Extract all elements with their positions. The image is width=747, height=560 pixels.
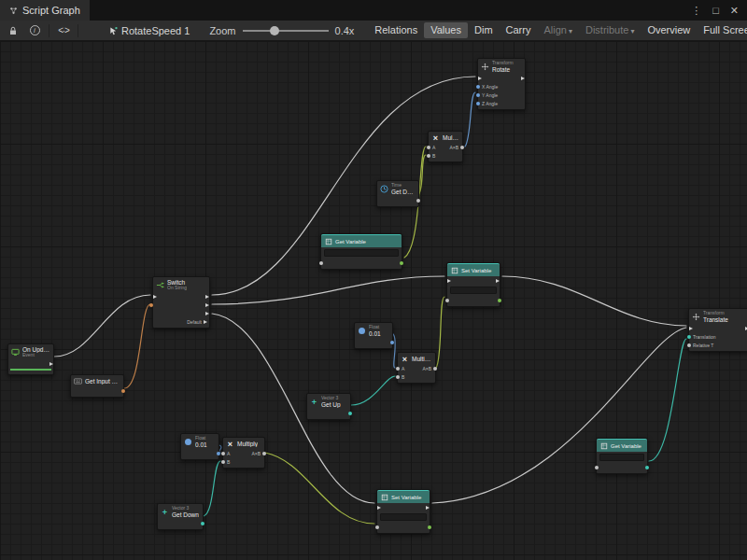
node-multiply-mid[interactable]: × Multiply AA×B B <box>397 352 436 384</box>
code-icon[interactable]: <∙> <box>56 23 71 38</box>
value-out-port[interactable] <box>645 466 649 469</box>
node-switch-on-string[interactable]: Switch On String Default <box>152 276 210 329</box>
result-port[interactable] <box>460 146 464 149</box>
node-on-update[interactable]: On Update Event <box>7 343 54 375</box>
flow-in-port[interactable] <box>447 279 451 283</box>
string-out-port[interactable] <box>121 389 125 393</box>
window-menu-icon[interactable]: ⋮ <box>691 5 701 17</box>
translation-port[interactable] <box>687 335 691 339</box>
node-get-delta-time[interactable]: Time Get Delta Time <box>376 180 419 207</box>
node-title: Get Variable <box>335 239 366 245</box>
node-set-variable-bottom[interactable]: Set Variable <box>376 489 430 534</box>
value-in-port[interactable] <box>445 299 449 302</box>
option-out-port[interactable] <box>205 312 209 315</box>
lock-icon[interactable] <box>6 23 21 38</box>
variable-icon <box>450 266 458 274</box>
a-port[interactable] <box>396 367 400 371</box>
node-float-mid[interactable]: Float 0.01 <box>354 322 393 349</box>
option-out-port[interactable] <box>205 303 209 307</box>
a-port[interactable] <box>221 452 225 455</box>
b-port[interactable] <box>427 154 430 158</box>
multiply-icon: × <box>226 440 234 448</box>
value-out-port[interactable] <box>428 525 431 529</box>
zoom-slider-thumb[interactable] <box>270 26 279 35</box>
tab-script-graph[interactable]: Script Graph <box>0 0 90 21</box>
node-vector3-get-down[interactable]: + Vector 3 Get Down <box>157 503 204 530</box>
graph-name: RotateSpeed 1 <box>121 25 190 36</box>
node-get-variable-right[interactable]: Get Variable <box>596 438 648 474</box>
object-port[interactable] <box>595 466 599 469</box>
value-out-port[interactable] <box>390 341 394 344</box>
node-title: 0.01 <box>195 441 207 448</box>
option-out-port[interactable] <box>205 295 209 299</box>
variable-name-field[interactable] <box>599 454 644 461</box>
transform-icon <box>481 63 489 71</box>
value-out-port[interactable] <box>217 452 220 455</box>
flow-out-port[interactable] <box>496 279 500 283</box>
default-out-port[interactable] <box>204 320 207 324</box>
z-angle-port[interactable] <box>476 102 480 105</box>
tab-title: Script Graph <box>22 5 80 16</box>
carry-button[interactable]: Carry <box>500 22 538 38</box>
b-port[interactable] <box>396 375 400 379</box>
flow-out-port[interactable] <box>521 77 525 80</box>
flow-in-port[interactable] <box>153 295 157 299</box>
flow-out-port[interactable] <box>49 362 53 366</box>
a-port[interactable] <box>427 146 430 149</box>
node-get-variable-top[interactable]: Get Variable <box>320 233 402 270</box>
flow-in-port[interactable] <box>377 506 381 510</box>
wire <box>465 92 475 147</box>
node-multiply-low[interactable]: × Multiply AA×B B <box>222 437 265 469</box>
distribute-button[interactable]: Distribute▾ <box>579 22 641 38</box>
node-transform-translate[interactable]: Transform Translate Translation Relative… <box>688 308 747 352</box>
object-port[interactable] <box>319 261 323 265</box>
value-out-port[interactable] <box>400 261 403 265</box>
node-set-variable-mid[interactable]: Set Variable <box>446 262 500 307</box>
node-subtitle: Event <box>22 353 50 358</box>
fullscreen-button[interactable]: Full Screen <box>697 22 747 38</box>
window-tabbar: Script Graph ⋮ □ ✕ <box>0 0 747 21</box>
variable-name-field[interactable] <box>324 249 399 257</box>
value-in-port[interactable] <box>375 525 379 529</box>
value-out-port[interactable] <box>498 299 501 302</box>
x-angle-port[interactable] <box>476 85 480 89</box>
result-port[interactable] <box>433 367 437 371</box>
b-port[interactable] <box>221 460 225 464</box>
zoom-slider[interactable] <box>243 24 329 37</box>
relative-to-port[interactable] <box>687 343 691 347</box>
node-multiply-top[interactable]: × Multiply AA×B B <box>428 131 463 162</box>
flow-in-port[interactable] <box>689 327 693 330</box>
graph-reference[interactable]: RotateSpeed 1 <box>109 25 190 36</box>
node-get-input-string[interactable]: Get Input Strin <box>70 374 124 398</box>
wires-layer <box>0 41 747 560</box>
toolbar-separator <box>49 24 49 37</box>
overview-button[interactable]: Overview <box>641 22 697 38</box>
close-icon[interactable]: ✕ <box>730 5 739 17</box>
relations-button[interactable]: Relations <box>368 22 424 38</box>
graph-canvas[interactable]: Transform Rotate X Angle Y Angle Z Angle… <box>0 41 747 560</box>
variable-name-field[interactable] <box>450 287 497 294</box>
flow-in-port[interactable] <box>478 77 482 80</box>
variable-name-field[interactable] <box>380 513 427 521</box>
node-transform-rotate[interactable]: Transform Rotate X Angle Y Angle Z Angle <box>477 58 526 110</box>
vector-out-port[interactable] <box>201 522 204 525</box>
node-vector3-get-up[interactable]: + Vector 3 Get Up <box>306 393 351 420</box>
wire <box>432 328 686 503</box>
flow-out-port[interactable] <box>426 506 430 510</box>
result-port[interactable] <box>262 452 266 455</box>
y-angle-port[interactable] <box>476 93 480 97</box>
clock-icon <box>380 185 388 193</box>
variable-icon <box>380 493 388 501</box>
align-button[interactable]: Align▾ <box>537 22 578 38</box>
maximize-icon[interactable]: □ <box>712 5 719 16</box>
values-button[interactable]: Values <box>424 22 468 38</box>
dim-button[interactable]: Dim <box>468 22 500 38</box>
node-float-low[interactable]: Float 0.01 <box>180 433 219 460</box>
script-graph-icon <box>9 7 18 15</box>
node-title: Multiply <box>443 134 459 141</box>
value-out-port[interactable] <box>416 199 420 203</box>
info-icon[interactable]: i <box>27 23 42 38</box>
vector-out-port[interactable] <box>348 412 352 415</box>
wire <box>393 334 395 368</box>
selector-string-port[interactable] <box>149 303 153 307</box>
